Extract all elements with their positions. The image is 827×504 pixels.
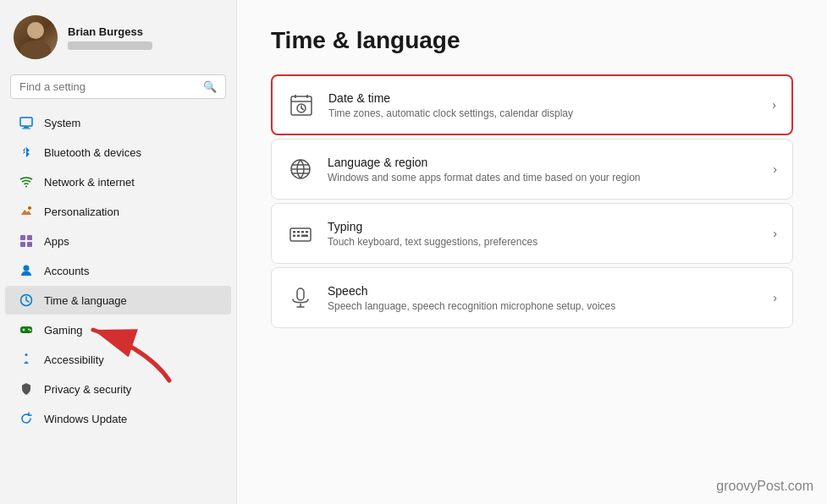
bluetooth-icon [19,145,34,160]
svg-rect-29 [301,235,308,238]
svg-rect-6 [27,235,32,240]
sidebar-item-system[interactable]: System [5,108,231,137]
svg-point-9 [24,266,30,271]
nav-menu: System Bluetooth & devices [0,107,236,434]
svg-rect-19 [306,95,308,98]
privacy-icon [19,381,34,397]
settings-item-desc-speech: Speech language, speech recognition micr… [328,300,759,312]
settings-item-title-datetime: Date & time [328,91,758,105]
speech-icon [287,284,314,311]
sidebar-label-privacy: Privacy & security [44,383,131,396]
settings-item-text-language: Language & region Windows and some apps … [328,156,759,184]
svg-rect-18 [295,95,296,98]
svg-rect-5 [20,235,25,240]
settings-item-text-speech: Speech Speech language, speech recogniti… [328,284,759,312]
svg-rect-28 [297,235,300,238]
sidebar-item-accounts[interactable]: Accounts [5,256,231,285]
user-name: Brian Burgess [68,25,152,38]
sidebar-item-gaming[interactable]: Gaming [5,315,231,344]
svg-point-14 [28,329,30,331]
sidebar-item-privacy[interactable]: Privacy & security [5,375,231,403]
sidebar-item-update[interactable]: Windows Update [5,404,231,433]
svg-rect-24 [297,231,300,233]
user-info: Brian Burgess [68,25,152,50]
search-box[interactable]: 🔍 [10,74,226,99]
avatar [14,15,58,59]
update-icon [19,411,34,426]
sidebar-label-apps: Apps [44,235,69,248]
network-icon [19,174,34,189]
sidebar-label-personalization: Personalization [44,205,119,218]
svg-rect-26 [306,231,308,233]
sidebar-label-timelang: Time & language [44,294,127,307]
settings-item-desc-language: Windows and some apps format dates and t… [328,172,759,184]
datetime-icon [288,91,315,118]
sidebar-label-accounts: Accounts [44,265,89,277]
apps-icon [19,233,34,249]
accounts-icon [19,263,34,278]
settings-item-datetime[interactable]: Date & time Time zones, automatic clock … [271,74,793,135]
sidebar-label-update: Windows Update [44,413,127,425]
svg-rect-23 [293,231,295,233]
sidebar-label-gaming: Gaming [44,324,83,337]
sidebar-label-bluetooth: Bluetooth & devices [44,146,141,159]
search-input[interactable] [19,80,196,93]
svg-rect-0 [20,118,32,126]
settings-item-text-datetime: Date & time Time zones, automatic clock … [328,91,758,119]
gaming-icon [19,322,34,337]
svg-rect-1 [24,127,29,129]
svg-rect-8 [27,242,32,247]
svg-rect-7 [20,242,25,247]
main-content: Time & language Date & time Time [237,0,827,504]
svg-point-16 [25,353,28,356]
language-icon [287,156,314,183]
settings-item-text-typing: Typing Touch keyboard, text suggestions,… [328,220,759,248]
sidebar-item-personalization[interactable]: Personalization [5,197,231,226]
sidebar-item-timelang[interactable]: Time & language [5,286,231,315]
settings-item-desc-datetime: Time zones, automatic clock settings, ca… [328,107,758,119]
chevron-icon-datetime: › [772,98,776,112]
typing-icon [287,220,314,247]
settings-item-title-speech: Speech [328,284,759,298]
settings-item-desc-typing: Touch keyboard, text suggestions, prefer… [328,236,759,248]
svg-rect-13 [24,329,25,331]
watermark: groovyPost.com [716,479,813,494]
user-profile[interactable]: Brian Burgess [0,0,236,71]
personalization-icon [19,204,34,219]
sidebar-label-system: System [44,117,80,129]
chevron-icon-language: › [773,162,777,176]
svg-rect-27 [293,235,295,238]
timelang-icon [19,293,34,308]
sidebar-item-bluetooth[interactable]: Bluetooth & devices [5,138,231,167]
svg-rect-30 [297,288,304,300]
sidebar-item-network[interactable]: Network & internet [5,167,231,196]
settings-item-typing[interactable]: Typing Touch keyboard, text suggestions,… [271,203,793,264]
settings-item-speech[interactable]: Speech Speech language, speech recogniti… [271,267,793,328]
search-icon: 🔍 [203,80,217,93]
sidebar-item-apps[interactable]: Apps [5,227,231,255]
svg-point-3 [25,186,27,188]
svg-rect-2 [22,129,30,129]
accessibility-icon [19,352,34,367]
sidebar-label-accessibility: Accessibility [44,353,104,366]
sidebar-label-network: Network & internet [44,176,135,189]
sidebar: Brian Burgess 🔍 System [0,0,237,504]
user-email-bar [68,41,152,50]
settings-item-language[interactable]: Language & region Windows and some apps … [271,139,793,200]
page-title: Time & language [271,27,793,54]
svg-point-15 [30,330,31,331]
svg-point-4 [28,206,31,210]
settings-item-title-language: Language & region [328,156,759,169]
sidebar-item-accessibility[interactable]: Accessibility [5,345,231,374]
settings-list: Date & time Time zones, automatic clock … [271,74,793,328]
settings-item-title-typing: Typing [328,220,759,233]
chevron-icon-typing: › [773,227,777,240]
svg-rect-25 [301,231,304,233]
chevron-icon-speech: › [773,291,777,304]
system-icon [19,115,34,130]
